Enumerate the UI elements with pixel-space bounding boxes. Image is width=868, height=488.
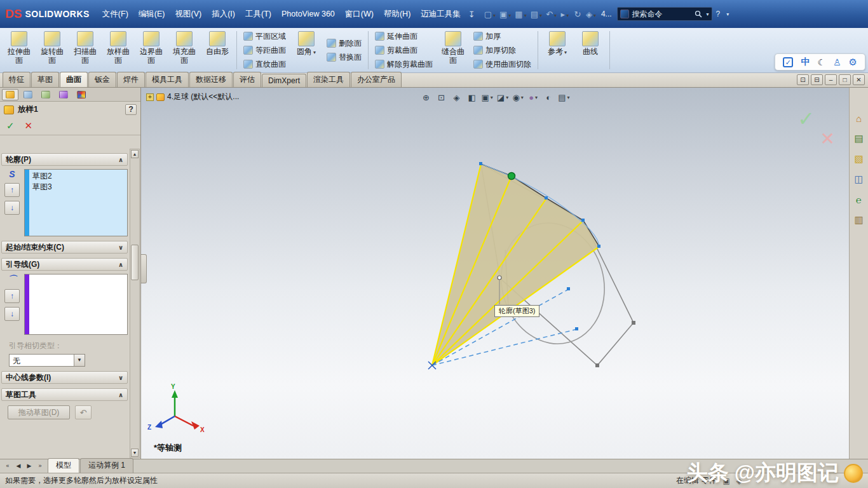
view-palette-icon[interactable]: ◫ <box>851 172 867 187</box>
zoom-area-icon[interactable]: ⊡ <box>435 90 449 104</box>
thicken-button[interactable]: 加厚 <box>471 30 533 43</box>
knit-surface-button[interactable]: 缝合曲 面 <box>437 29 470 71</box>
delete-face-button[interactable]: 删除面 <box>325 37 363 50</box>
construction-endpoint[interactable] <box>575 327 578 330</box>
loft-preview-surface[interactable] <box>432 164 599 365</box>
menu-help[interactable]: 帮助(H) <box>379 0 416 28</box>
save-icon[interactable]: ▦▾ <box>515 10 526 19</box>
ime-settings-icon[interactable]: ⚙ <box>849 57 857 68</box>
move-guide-up-button[interactable]: ↑ <box>4 289 20 303</box>
ime-checkbox-icon[interactable]: ✓ <box>783 57 793 67</box>
select-icon[interactable]: ▸▾ <box>560 10 569 19</box>
ok-button[interactable]: ✓ <box>6 120 15 132</box>
confirmation-corner-ok-icon[interactable]: ✓ <box>797 107 815 131</box>
menu-maidi-tools[interactable]: 迈迪工具集 <box>416 0 466 28</box>
part-tree-label[interactable]: 4.足球 (默认<<默认... <box>167 92 239 102</box>
confirmation-corner-cancel-icon[interactable]: ✕ <box>820 128 835 149</box>
flyout-feature-tree[interactable]: + 4.足球 (默认<<默认... <box>146 92 239 102</box>
trim-surface-button[interactable]: 剪裁曲面 <box>373 44 435 57</box>
planar-surface-button[interactable]: 平面区域 <box>241 30 288 43</box>
tab-evaluate[interactable]: 评估 <box>233 72 261 87</box>
lofted-surface-button[interactable]: 放样曲 面 <box>102 29 135 71</box>
file-explorer-icon[interactable]: ▧ <box>851 151 867 166</box>
tab-surfaces[interactable]: 曲面 <box>60 72 88 87</box>
undo-sketch-icon[interactable]: ↶ <box>75 405 92 419</box>
profile-list-item[interactable]: 草图2 <box>32 171 124 182</box>
construction-endpoint[interactable] <box>567 287 570 290</box>
model-tab[interactable]: 模型 <box>48 458 79 473</box>
doc-minimize-icon[interactable]: – <box>825 74 837 85</box>
menu-insert[interactable]: 插入(I) <box>207 0 240 28</box>
view-orientation-icon[interactable]: ▣▾ <box>480 90 494 104</box>
menu-tools[interactable]: 工具(T) <box>240 0 276 28</box>
profiles-section-header[interactable]: 轮廓(P) ∧ <box>1 153 128 166</box>
display-style-icon[interactable]: ◪▾ <box>496 90 510 104</box>
menu-file[interactable]: 文件(F) <box>97 0 133 28</box>
configuration-manager-tab[interactable] <box>37 89 54 100</box>
menu-edit[interactable]: 编辑(E) <box>133 0 170 28</box>
extruded-surface-button[interactable]: 拉伸曲 面 <box>3 29 36 71</box>
tab-sheet-metal[interactable]: 钣金 <box>88 72 116 87</box>
search-dropdown-icon[interactable]: ▾ <box>707 11 709 17</box>
next-tab-icon[interactable]: ▶ <box>24 461 34 471</box>
property-manager-tab[interactable] <box>2 89 18 100</box>
feature-manager-tab[interactable] <box>20 89 36 100</box>
search-icon[interactable] <box>695 10 702 18</box>
tab-mold-tools[interactable]: 模具工具 <box>146 72 189 87</box>
offset-surface-button[interactable]: 等距曲面 <box>241 44 288 57</box>
first-tab-icon[interactable]: « <box>3 461 13 471</box>
panel-scrollbar[interactable]: ▲ ▼ <box>130 149 140 458</box>
edit-appearance-icon[interactable]: ●▾ <box>526 90 540 104</box>
custom-properties-icon[interactable]: ▥ <box>851 212 867 227</box>
view-settings-icon[interactable]: ▤▾ <box>557 90 571 104</box>
guide-curves-section-header[interactable]: 引导线(G) ∧ <box>1 258 128 271</box>
zoom-fit-icon[interactable]: ⊕ <box>419 90 433 104</box>
motion-study-tab[interactable]: 运动算例 1 <box>80 458 133 473</box>
dimxpert-manager-tab[interactable] <box>55 89 72 100</box>
tab-data-migration[interactable]: 数据迁移 <box>189 72 233 87</box>
cancel-button[interactable]: ✕ <box>25 120 33 132</box>
doc-restore-right-icon[interactable]: ⊟ <box>811 74 823 85</box>
boundary-surface-button[interactable]: 边界曲 面 <box>135 29 168 71</box>
cut-with-surface-button[interactable]: 使用曲面切除 <box>471 58 533 71</box>
ruled-surface-button[interactable]: 直纹曲面 <box>241 58 288 71</box>
tab-dimxpert[interactable]: DimXpert <box>262 74 306 87</box>
search-input[interactable]: 搜索命令 <box>632 9 691 20</box>
reference-geometry-button[interactable]: 参考▾ <box>541 29 574 71</box>
appearances-scenes-icon[interactable]: ℮ <box>851 192 867 207</box>
tab-features[interactable]: 特征 <box>3 72 31 87</box>
rebuild-icon[interactable]: ↻ <box>573 10 582 19</box>
profiles-listbox[interactable]: 草图2 草图3 <box>24 169 128 236</box>
new-document-icon[interactable]: ▢▾ <box>484 10 496 19</box>
help-icon[interactable]: ? <box>716 10 721 18</box>
design-library-icon[interactable]: ▤ <box>851 131 867 146</box>
move-guide-down-button[interactable]: ↓ <box>4 307 20 321</box>
dropdown-arrow-icon[interactable]: ▼ <box>74 355 85 366</box>
panel-help-button[interactable]: ? <box>125 104 137 115</box>
curves-button[interactable]: 曲线 <box>574 29 607 71</box>
undo-icon[interactable]: ↶▾ <box>546 10 557 19</box>
print-icon[interactable]: ▤▾ <box>531 10 542 19</box>
scroll-thumb[interactable] <box>131 245 139 280</box>
sketch-point[interactable] <box>632 321 635 325</box>
doc-close-icon[interactable]: ✕ <box>853 74 865 85</box>
prev-tab-icon[interactable]: ◀ <box>13 461 24 471</box>
doc-maximize-icon[interactable]: □ <box>839 74 851 85</box>
revolved-surface-button[interactable]: 旋转曲 面 <box>36 29 69 71</box>
display-manager-tab[interactable] <box>73 89 90 100</box>
search-category-icon[interactable] <box>620 10 629 18</box>
apply-scene-icon[interactable]: ◐ <box>541 90 555 104</box>
ime-fullwidth-icon[interactable]: ☾ <box>817 57 825 67</box>
graphics-area[interactable]: Y X Z <box>141 88 849 459</box>
guide-tangency-dropdown[interactable]: 无 ▼ <box>9 354 85 367</box>
scroll-down-icon[interactable]: ▼ <box>131 449 139 457</box>
menu-window[interactable]: 窗口(W) <box>340 0 379 28</box>
centerline-parameters-header[interactable]: 中心线参数(I) ∨ <box>1 371 128 384</box>
extend-surface-button[interactable]: 延伸曲面 <box>373 30 435 43</box>
filled-surface-button[interactable]: 填充曲 面 <box>168 29 201 71</box>
replace-face-button[interactable]: 替换面 <box>325 51 363 64</box>
ime-user-icon[interactable]: ♙ <box>833 57 841 67</box>
start-end-constraints-header[interactable]: 起始/结束约束(C) ∨ <box>1 241 128 254</box>
tab-weldments[interactable]: 焊件 <box>117 72 145 87</box>
scroll-up-icon[interactable]: ▲ <box>131 150 139 158</box>
